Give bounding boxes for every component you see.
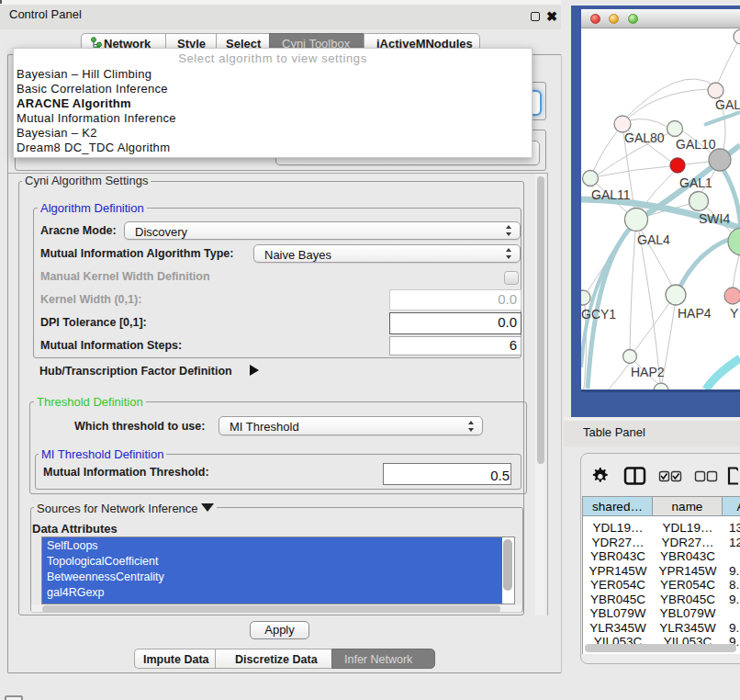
svg-text:GAL80: GAL80 xyxy=(624,130,665,145)
svg-text:GAL1: GAL1 xyxy=(679,175,712,190)
svg-text:GAL11: GAL11 xyxy=(591,187,631,202)
svg-text:HAP2: HAP2 xyxy=(631,365,665,379)
svg-text:GCY1: GCY1 xyxy=(581,307,616,322)
svg-text:GALT: GALT xyxy=(715,97,740,112)
svg-text:Y: Y xyxy=(730,306,739,321)
svg-text:SWI4: SWI4 xyxy=(699,211,730,226)
svg-text:GAL10: GAL10 xyxy=(676,137,716,152)
svg-text:HAP4: HAP4 xyxy=(678,306,712,321)
svg-text:GAL4: GAL4 xyxy=(637,232,670,247)
